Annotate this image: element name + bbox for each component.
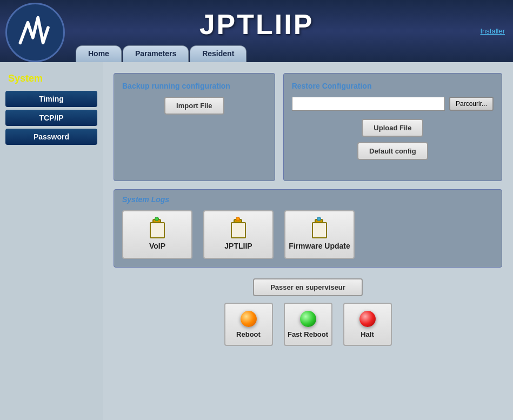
halt-label: Halt [361, 330, 374, 338]
reboot-items: Reboot Fast Reboot Halt [224, 303, 392, 346]
header: JPTLIIP Installer Home Parameters Reside… [0, 0, 513, 62]
logs-panel: System Logs VoIP [114, 189, 502, 268]
logo-svg [15, 12, 56, 53]
upload-file-button[interactable]: Upload File [362, 119, 423, 137]
halt-button[interactable]: Halt [343, 303, 392, 346]
reboot-label: Reboot [236, 330, 261, 338]
logs-panel-title: System Logs [122, 195, 494, 204]
installer-link[interactable]: Installer [480, 27, 505, 35]
firmware-log-button[interactable]: Firmware Update [284, 210, 355, 259]
clip-body [150, 222, 165, 238]
restore-panel-title: Restore Configuration [292, 82, 494, 90]
jptliip-label: JPTLIIP [224, 242, 252, 250]
jptliip-log-button[interactable]: JPTLIIP [203, 210, 274, 259]
fast-reboot-button[interactable]: Fast Reboot [284, 303, 332, 346]
voip-label: VoIP [149, 242, 165, 250]
logo [5, 3, 65, 62]
sidebar-item-timing[interactable]: Timing [5, 91, 97, 107]
tab-home[interactable]: Home [76, 45, 122, 62]
restore-panel: Restore Configuration Parcourir... Uploa… [283, 73, 502, 181]
halt-ball-icon [359, 311, 376, 327]
backup-panel: Backup running configuration Import File [114, 73, 275, 181]
main-container: System Timing TCP/IP Password Backup run… [0, 62, 513, 420]
tab-parameters[interactable]: Parameters [123, 45, 189, 62]
nav-tabs: Home Parameters Resident [76, 45, 246, 62]
sidebar-item-tcpip[interactable]: TCP/IP [5, 110, 97, 126]
default-config-button[interactable]: Default config [357, 142, 428, 160]
sidebar: System Timing TCP/IP Password [0, 62, 103, 420]
file-row: Parcourir... [292, 97, 494, 111]
clip-body-2 [231, 222, 246, 238]
top-panels: Backup running configuration Import File… [114, 73, 502, 181]
supervisor-button[interactable]: Passer en superviseur [253, 278, 363, 296]
voip-clipboard-icon [149, 219, 165, 238]
fast-reboot-label: Fast Reboot [288, 330, 328, 338]
app-title: JPTLIIP [199, 8, 314, 41]
bottom-actions: Passer en superviseur Reboot Fast Reboot… [114, 278, 502, 346]
jptliip-dot-icon [236, 217, 240, 221]
restore-buttons: Upload File Default config [292, 119, 494, 160]
sidebar-item-password[interactable]: Password [5, 129, 97, 145]
content-area: Backup running configuration Import File… [103, 62, 513, 420]
import-file-button[interactable]: Import File [164, 97, 224, 115]
backup-panel-title: Backup running configuration [122, 82, 267, 90]
reboot-button[interactable]: Reboot [224, 303, 273, 346]
fast-reboot-ball-icon [300, 311, 316, 327]
firmware-clipboard-icon [311, 219, 328, 238]
sidebar-title: System [5, 73, 97, 84]
voip-dot-icon [155, 217, 159, 221]
reboot-ball-icon [241, 311, 257, 327]
firmware-label: Firmware Update [289, 242, 350, 250]
firmware-dot-icon [317, 217, 321, 221]
logs-items: VoIP JPTLIIP [122, 210, 494, 259]
browse-button[interactable]: Parcourir... [449, 97, 494, 111]
file-path-input[interactable] [292, 97, 445, 111]
jptliip-clipboard-icon [230, 219, 246, 238]
voip-log-button[interactable]: VoIP [122, 210, 192, 259]
tab-resident[interactable]: Resident [190, 45, 246, 62]
clip-body-3 [312, 222, 327, 238]
